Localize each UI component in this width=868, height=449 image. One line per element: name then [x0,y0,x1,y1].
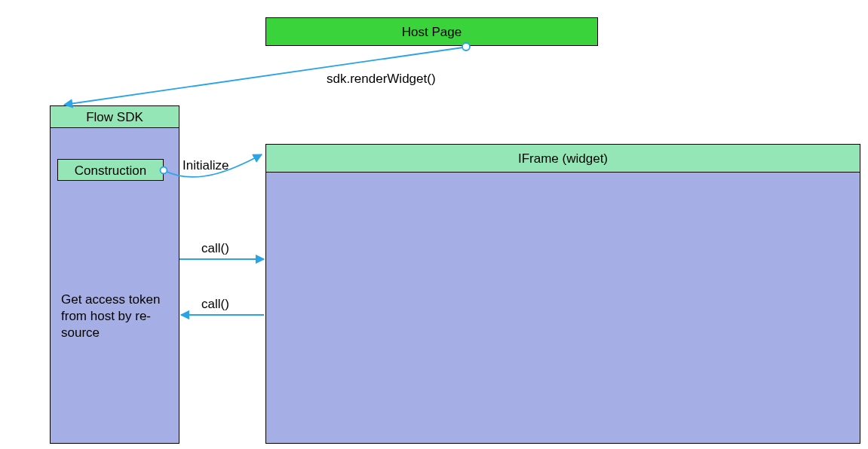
iframe-widget-title: IFrame (widget) [518,151,608,166]
arrow-label-call-to-iframe: call() [201,241,229,256]
sdk-note-text: Get access token from host by re-source [61,292,170,341]
construction-label: Construction [75,163,146,178]
arrow-label-call-to-sdk: call() [201,297,229,312]
iframe-widget-block: IFrame (widget) [265,144,860,444]
iframe-widget-header: IFrame (widget) [266,145,860,173]
construction-block: Construction [57,159,164,181]
flow-sdk-header: Flow SDK [51,106,179,128]
arrow-label-render: sdk.renderWidget() [327,72,436,87]
arrow-label-initialize: Initialize [182,158,229,173]
host-page-title: Host Page [402,25,462,39]
flow-sdk-block: Flow SDK [50,105,179,444]
host-page-header: Host Page [265,17,598,46]
flow-sdk-title: Flow SDK [86,110,143,124]
